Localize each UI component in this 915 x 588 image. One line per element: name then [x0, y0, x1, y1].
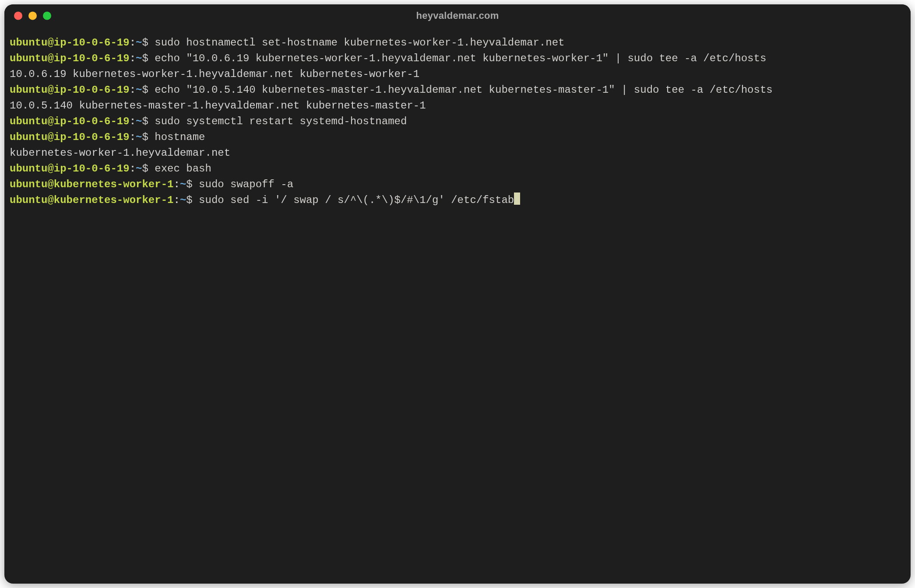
prompt-colon: : [130, 163, 136, 175]
prompt-user-host: ubuntu@ip-10-0-6-19 [10, 163, 130, 175]
prompt-colon: : [130, 52, 136, 64]
zoom-button[interactable] [43, 12, 51, 20]
close-button[interactable] [14, 12, 22, 20]
prompt-dollar: $ [186, 194, 192, 206]
command-text: sudo swapoff -a [199, 178, 293, 190]
prompt-user-host: ubuntu@kubernetes-worker-1 [10, 194, 173, 206]
cursor [514, 192, 520, 205]
traffic-lights [14, 12, 51, 20]
prompt-user-host: ubuntu@ip-10-0-6-19 [10, 52, 130, 64]
command-text: echo "10.0.6.19 kubernetes-worker-1.heyv… [155, 52, 766, 64]
output-line: 10.0.5.140 kubernetes-master-1.heyvaldem… [10, 100, 426, 112]
prompt-path: ~ [180, 194, 186, 206]
prompt-dollar: $ [142, 163, 148, 175]
prompt-dollar: $ [142, 52, 148, 64]
window-title: heyvaldemar.com [416, 10, 499, 21]
command-text: sudo sed -i '/ swap / s/^\(.*\)$/#\1/g' … [199, 194, 514, 206]
prompt-path: ~ [180, 178, 186, 190]
command-text: hostname [155, 131, 205, 143]
prompt-colon: : [173, 178, 179, 190]
output-line: kubernetes-worker-1.heyvaldemar.net [10, 147, 230, 159]
minimize-button[interactable] [28, 12, 37, 20]
command-text: sudo hostnamectl set-hostname kubernetes… [155, 37, 564, 49]
command-text: sudo systemctl restart systemd-hostnamed [155, 116, 407, 127]
prompt-colon: : [130, 131, 136, 143]
prompt-colon: : [173, 194, 179, 206]
prompt-dollar: $ [142, 116, 148, 127]
prompt-path: ~ [136, 52, 142, 64]
terminal-body[interactable]: ubuntu@ip-10-0-6-19:~$ sudo hostnamectl … [4, 27, 911, 584]
prompt-path: ~ [136, 84, 142, 96]
prompt-dollar: $ [142, 131, 148, 143]
prompt-user-host: ubuntu@kubernetes-worker-1 [10, 178, 173, 190]
prompt-user-host: ubuntu@ip-10-0-6-19 [10, 116, 130, 127]
prompt-path: ~ [136, 116, 142, 127]
titlebar: heyvaldemar.com [4, 4, 911, 27]
prompt-colon: : [130, 37, 136, 49]
prompt-user-host: ubuntu@ip-10-0-6-19 [10, 84, 130, 96]
prompt-dollar: $ [142, 37, 148, 49]
command-text: exec bash [155, 163, 211, 175]
prompt-user-host: ubuntu@ip-10-0-6-19 [10, 131, 130, 143]
prompt-path: ~ [136, 37, 142, 49]
prompt-path: ~ [136, 163, 142, 175]
terminal-window: heyvaldemar.com ubuntu@ip-10-0-6-19:~$ s… [4, 4, 911, 584]
prompt-user-host: ubuntu@ip-10-0-6-19 [10, 37, 130, 49]
command-text: echo "10.0.5.140 kubernetes-master-1.hey… [155, 84, 772, 96]
prompt-dollar: $ [186, 178, 192, 190]
prompt-path: ~ [136, 131, 142, 143]
prompt-colon: : [130, 116, 136, 127]
prompt-colon: : [130, 84, 136, 96]
output-line: 10.0.6.19 kubernetes-worker-1.heyvaldema… [10, 68, 419, 80]
prompt-dollar: $ [142, 84, 148, 96]
